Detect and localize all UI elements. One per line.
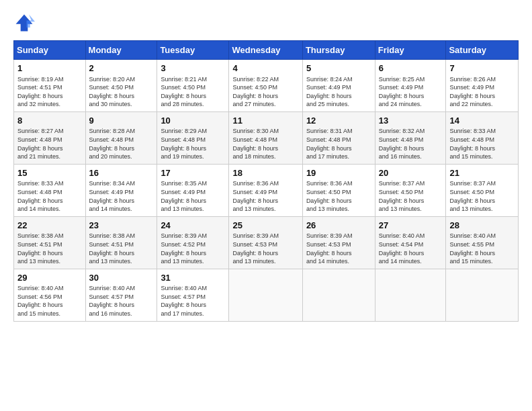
calendar-cell: 10Sunrise: 8:29 AM Sunset: 4:48 PM Dayli…	[157, 111, 229, 164]
day-number: 14	[449, 115, 515, 127]
day-info: Sunrise: 8:34 AM Sunset: 4:49 PM Dayligh…	[89, 179, 154, 213]
day-number: 19	[306, 167, 371, 179]
calendar-week-2: 8Sunrise: 8:27 AM Sunset: 4:48 PM Daylig…	[14, 111, 519, 164]
calendar-cell: 9Sunrise: 8:28 AM Sunset: 4:48 PM Daylig…	[85, 111, 157, 164]
calendar-cell: 18Sunrise: 8:36 AM Sunset: 4:49 PM Dayli…	[229, 164, 302, 216]
calendar-cell: 4Sunrise: 8:22 AM Sunset: 4:50 PM Daylig…	[229, 60, 302, 112]
calendar-cell: 1Sunrise: 8:19 AM Sunset: 4:51 PM Daylig…	[14, 60, 86, 112]
day-info: Sunrise: 8:40 AM Sunset: 4:57 PM Dayligh…	[89, 284, 154, 318]
day-info: Sunrise: 8:29 AM Sunset: 4:48 PM Dayligh…	[161, 127, 225, 161]
calendar-cell	[302, 269, 375, 321]
calendar-cell: 29Sunrise: 8:40 AM Sunset: 4:56 PM Dayli…	[14, 269, 86, 321]
day-number: 29	[17, 272, 82, 284]
calendar-week-4: 22Sunrise: 8:38 AM Sunset: 4:51 PM Dayli…	[14, 216, 519, 269]
weekday-header-sunday: Sunday	[14, 41, 86, 60]
calendar-cell: 24Sunrise: 8:39 AM Sunset: 4:52 PM Dayli…	[157, 216, 229, 269]
day-number: 24	[161, 220, 225, 232]
day-info: Sunrise: 8:36 AM Sunset: 4:50 PM Dayligh…	[306, 179, 371, 213]
logo-icon	[13, 12, 35, 34]
day-info: Sunrise: 8:31 AM Sunset: 4:48 PM Dayligh…	[306, 127, 371, 161]
calendar-cell: 15Sunrise: 8:33 AM Sunset: 4:48 PM Dayli…	[14, 164, 86, 216]
day-info: Sunrise: 8:37 AM Sunset: 4:50 PM Dayligh…	[379, 179, 443, 213]
day-number: 20	[379, 167, 443, 179]
calendar-cell: 5Sunrise: 8:24 AM Sunset: 4:49 PM Daylig…	[302, 60, 375, 112]
calendar-cell: 26Sunrise: 8:39 AM Sunset: 4:53 PM Dayli…	[302, 216, 375, 269]
calendar-cell: 3Sunrise: 8:21 AM Sunset: 4:50 PM Daylig…	[157, 60, 229, 112]
calendar: SundayMondayTuesdayWednesdayThursdayFrid…	[13, 40, 519, 322]
day-number: 7	[449, 62, 515, 75]
calendar-cell: 30Sunrise: 8:40 AM Sunset: 4:57 PM Dayli…	[85, 269, 157, 321]
day-info: Sunrise: 8:26 AM Sunset: 4:49 PM Dayligh…	[449, 75, 515, 109]
day-info: Sunrise: 8:28 AM Sunset: 4:48 PM Dayligh…	[89, 127, 154, 161]
day-number: 3	[161, 62, 225, 75]
day-number: 2	[89, 62, 154, 75]
day-number: 30	[89, 272, 154, 284]
day-number: 25	[232, 220, 298, 232]
calendar-cell: 6Sunrise: 8:25 AM Sunset: 4:49 PM Daylig…	[375, 60, 446, 112]
calendar-week-3: 15Sunrise: 8:33 AM Sunset: 4:48 PM Dayli…	[14, 164, 519, 216]
day-info: Sunrise: 8:30 AM Sunset: 4:48 PM Dayligh…	[232, 127, 298, 161]
day-info: Sunrise: 8:22 AM Sunset: 4:50 PM Dayligh…	[232, 75, 298, 109]
calendar-cell: 27Sunrise: 8:40 AM Sunset: 4:54 PM Dayli…	[375, 216, 446, 269]
day-number: 17	[161, 167, 225, 179]
day-number: 26	[306, 220, 371, 232]
day-number: 9	[89, 115, 154, 127]
calendar-cell: 2Sunrise: 8:20 AM Sunset: 4:50 PM Daylig…	[85, 60, 157, 112]
page: SundayMondayTuesdayWednesdayThursdayFrid…	[0, 0, 532, 411]
calendar-cell: 14Sunrise: 8:33 AM Sunset: 4:48 PM Dayli…	[446, 111, 519, 164]
calendar-cell: 23Sunrise: 8:38 AM Sunset: 4:51 PM Dayli…	[85, 216, 157, 269]
calendar-cell	[229, 269, 302, 321]
calendar-cell: 31Sunrise: 8:40 AM Sunset: 4:57 PM Dayli…	[157, 269, 229, 321]
weekday-header-saturday: Saturday	[446, 41, 519, 60]
day-number: 1	[17, 62, 82, 75]
day-number: 31	[161, 272, 225, 284]
day-number: 13	[379, 115, 443, 127]
weekday-header-tuesday: Tuesday	[157, 41, 229, 60]
day-info: Sunrise: 8:20 AM Sunset: 4:50 PM Dayligh…	[89, 75, 154, 109]
day-info: Sunrise: 8:40 AM Sunset: 4:55 PM Dayligh…	[449, 232, 515, 265]
calendar-header-row: SundayMondayTuesdayWednesdayThursdayFrid…	[14, 41, 519, 60]
day-info: Sunrise: 8:19 AM Sunset: 4:51 PM Dayligh…	[17, 75, 82, 109]
day-number: 4	[232, 62, 298, 75]
day-number: 6	[379, 62, 443, 75]
calendar-cell: 21Sunrise: 8:37 AM Sunset: 4:50 PM Dayli…	[446, 164, 519, 216]
day-info: Sunrise: 8:39 AM Sunset: 4:52 PM Dayligh…	[161, 232, 225, 265]
day-info: Sunrise: 8:33 AM Sunset: 4:48 PM Dayligh…	[449, 127, 515, 161]
logo	[13, 12, 38, 34]
day-number: 18	[232, 167, 298, 179]
calendar-cell: 22Sunrise: 8:38 AM Sunset: 4:51 PM Dayli…	[14, 216, 86, 269]
calendar-cell: 7Sunrise: 8:26 AM Sunset: 4:49 PM Daylig…	[446, 60, 519, 112]
calendar-week-1: 1Sunrise: 8:19 AM Sunset: 4:51 PM Daylig…	[14, 60, 519, 112]
day-info: Sunrise: 8:40 AM Sunset: 4:54 PM Dayligh…	[379, 232, 443, 265]
calendar-cell: 11Sunrise: 8:30 AM Sunset: 4:48 PM Dayli…	[229, 111, 302, 164]
day-number: 23	[89, 220, 154, 232]
day-number: 10	[161, 115, 225, 127]
day-info: Sunrise: 8:25 AM Sunset: 4:49 PM Dayligh…	[379, 75, 443, 109]
calendar-cell: 19Sunrise: 8:36 AM Sunset: 4:50 PM Dayli…	[302, 164, 375, 216]
day-info: Sunrise: 8:40 AM Sunset: 4:57 PM Dayligh…	[161, 284, 225, 318]
calendar-cell: 13Sunrise: 8:32 AM Sunset: 4:48 PM Dayli…	[375, 111, 446, 164]
day-info: Sunrise: 8:36 AM Sunset: 4:49 PM Dayligh…	[232, 179, 298, 213]
day-number: 15	[17, 167, 82, 179]
day-number: 12	[306, 115, 371, 127]
day-info: Sunrise: 8:39 AM Sunset: 4:53 PM Dayligh…	[306, 232, 371, 265]
day-number: 27	[379, 220, 443, 232]
day-info: Sunrise: 8:40 AM Sunset: 4:56 PM Dayligh…	[17, 284, 82, 318]
day-info: Sunrise: 8:32 AM Sunset: 4:48 PM Dayligh…	[379, 127, 443, 161]
day-info: Sunrise: 8:38 AM Sunset: 4:51 PM Dayligh…	[17, 232, 82, 265]
svg-marker-1	[27, 15, 35, 28]
day-number: 8	[17, 115, 82, 127]
weekday-header-monday: Monday	[85, 41, 157, 60]
day-info: Sunrise: 8:37 AM Sunset: 4:50 PM Dayligh…	[449, 179, 515, 213]
calendar-cell: 16Sunrise: 8:34 AM Sunset: 4:49 PM Dayli…	[85, 164, 157, 216]
calendar-cell: 28Sunrise: 8:40 AM Sunset: 4:55 PM Dayli…	[446, 216, 519, 269]
day-info: Sunrise: 8:21 AM Sunset: 4:50 PM Dayligh…	[161, 75, 225, 109]
day-info: Sunrise: 8:24 AM Sunset: 4:49 PM Dayligh…	[306, 75, 371, 109]
weekday-header-wednesday: Wednesday	[229, 41, 302, 60]
day-info: Sunrise: 8:38 AM Sunset: 4:51 PM Dayligh…	[89, 232, 154, 265]
calendar-cell: 12Sunrise: 8:31 AM Sunset: 4:48 PM Dayli…	[302, 111, 375, 164]
calendar-cell	[446, 269, 519, 321]
day-info: Sunrise: 8:33 AM Sunset: 4:48 PM Dayligh…	[17, 179, 82, 213]
day-info: Sunrise: 8:27 AM Sunset: 4:48 PM Dayligh…	[17, 127, 82, 161]
weekday-header-friday: Friday	[375, 41, 446, 60]
